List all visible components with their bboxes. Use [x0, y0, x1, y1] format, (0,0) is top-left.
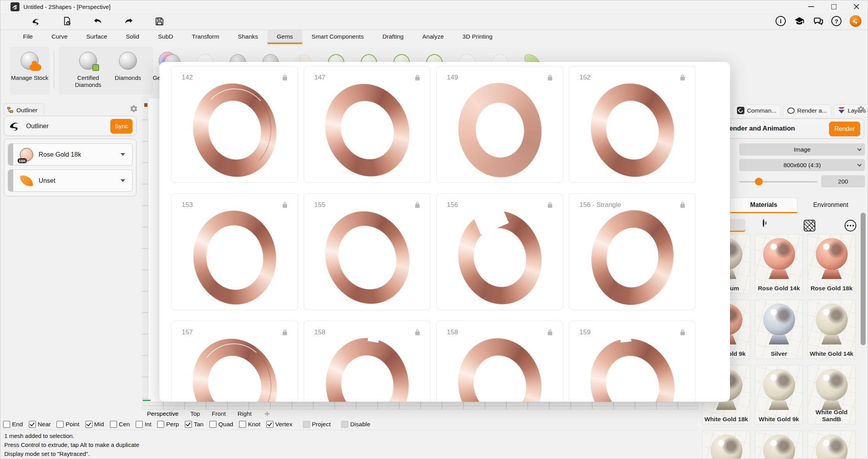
material-swatch[interactable]: Rose Gold 18k [808, 234, 856, 293]
certified-diamonds-button[interactable]: Certified Diamonds [68, 46, 108, 88]
quality-value[interactable]: 200 [821, 175, 865, 187]
output-type-dropdown[interactable]: Image [739, 143, 865, 155]
checkbox[interactable] [136, 421, 143, 428]
help-icon[interactable] [831, 16, 841, 26]
outliner-material-row[interactable]: 18K Rose Gold 18k [8, 143, 133, 166]
panel-tab[interactable]: Comman... [733, 104, 781, 116]
chevron-down-icon[interactable] [120, 179, 125, 182]
design-card[interactable]: 152 [569, 66, 696, 183]
menu-tab[interactable]: Shanks [229, 30, 267, 44]
design-card[interactable]: 156 [436, 193, 563, 310]
2shapes-swoosh-icon[interactable] [31, 16, 41, 26]
material-swatch[interactable] [702, 431, 750, 459]
osnap-toggle[interactable]: Point [57, 421, 79, 428]
chat-icon[interactable] [813, 16, 823, 26]
outliner-tab[interactable]: Outliner [4, 103, 44, 115]
menu-tab[interactable]: Transform [182, 30, 229, 44]
maximize-button[interactable] [822, 0, 845, 13]
checkbox[interactable] [266, 421, 273, 428]
osnap-toggle[interactable]: Tan [185, 421, 204, 428]
diamonds-button[interactable]: Diamonds [108, 46, 148, 88]
design-card[interactable]: 159 [569, 321, 696, 402]
viewport-tab-front[interactable]: Front [212, 410, 226, 417]
checkbox[interactable] [303, 421, 310, 428]
more-categories-icon[interactable] [845, 220, 856, 231]
checkbox[interactable] [29, 421, 36, 428]
osnap-toggle[interactable]: Vertex [266, 421, 292, 428]
panel-tab[interactable]: Render a... [783, 104, 831, 116]
academy-icon[interactable] [794, 16, 804, 26]
material-swatch[interactable]: White Gold 9k [755, 365, 803, 424]
material-swatch[interactable]: White Gold SandB [808, 365, 856, 424]
design-card[interactable]: 156 - Strangle [569, 193, 696, 310]
undo-icon[interactable] [92, 16, 103, 26]
save-icon[interactable] [154, 16, 165, 26]
outliner-settings-icon[interactable] [129, 104, 138, 113]
osnap-toggle[interactable]: Perp [157, 421, 179, 428]
checkbox[interactable] [3, 421, 10, 428]
design-card[interactable]: 158 [436, 321, 563, 402]
chevron-down-icon[interactable] [120, 153, 125, 156]
menu-tab[interactable]: Smart Components [302, 30, 373, 44]
gem-category-icon[interactable] [763, 219, 764, 227]
osnap-toggle[interactable]: Cen [110, 421, 130, 428]
material-swatch[interactable]: White Gold 14k [808, 300, 856, 359]
design-card[interactable]: 158 [304, 321, 430, 402]
pan-views-icon[interactable] [263, 410, 271, 418]
osnap-toggle[interactable]: Knot [239, 421, 260, 428]
menu-tab[interactable]: Solid [117, 30, 149, 44]
texture-category-icon[interactable] [804, 220, 815, 231]
material-swatch[interactable] [808, 431, 856, 459]
checkbox[interactable] [57, 421, 64, 428]
osnap-toggle[interactable]: Near [29, 421, 51, 428]
menu-tab[interactable]: Analyze [413, 30, 453, 44]
osnap-toggle[interactable]: Int [136, 421, 151, 428]
redo-icon[interactable] [123, 16, 134, 26]
close-button[interactable] [845, 0, 868, 13]
menu-tab[interactable]: File [14, 30, 42, 44]
minimize-button[interactable] [800, 0, 822, 13]
viewport-tab-perspective[interactable]: Perspective [147, 410, 179, 417]
render-button[interactable]: Render [829, 122, 860, 136]
info-icon[interactable] [776, 16, 786, 26]
design-card[interactable]: 155 [304, 193, 430, 310]
menu-tab[interactable]: Curve [42, 30, 77, 44]
design-card[interactable]: 149 [436, 66, 563, 183]
manage-stock-button[interactable]: Manage Stock [10, 46, 50, 88]
panel-settings-icon[interactable] [857, 105, 865, 114]
resolution-dropdown[interactable]: 800x600 (4:3) [739, 159, 865, 171]
material-tab[interactable]: Environment [797, 198, 864, 213]
osnap-toggle[interactable]: Mid [85, 421, 104, 428]
checkbox[interactable] [341, 421, 348, 428]
materials-scrollbar[interactable] [861, 213, 866, 345]
outliner-material-row[interactable]: Unset [8, 169, 133, 192]
menu-tab[interactable]: Gems [267, 30, 302, 44]
viewport-tab-right[interactable]: Right [237, 410, 252, 417]
sync-button[interactable]: Sync [110, 119, 133, 134]
checkbox[interactable] [85, 421, 92, 428]
material-swatch[interactable] [755, 431, 803, 459]
slider-track[interactable] [739, 181, 817, 182]
design-card[interactable]: 142 [171, 66, 298, 183]
menu-tab[interactable]: Surface [77, 30, 116, 44]
checkbox[interactable] [110, 421, 117, 428]
menu-tab[interactable]: SubD [149, 30, 182, 44]
osnap-toggle[interactable]: Disable [341, 421, 370, 428]
viewport-tab-top[interactable]: Top [190, 410, 200, 417]
checkbox[interactable] [157, 421, 164, 428]
material-tab[interactable]: Materials [730, 198, 797, 213]
checkbox[interactable] [185, 421, 192, 428]
osnap-toggle[interactable]: End [3, 421, 23, 428]
design-card[interactable]: 147 [304, 66, 430, 183]
slider-thumb[interactable] [755, 178, 763, 185]
material-swatch[interactable]: Silver [755, 300, 803, 359]
osnap-toggle[interactable]: Quad [209, 421, 233, 428]
checkbox[interactable] [239, 421, 246, 428]
menu-tab[interactable]: 3D Printing [453, 30, 502, 44]
2shapes-account-icon[interactable] [850, 15, 861, 27]
drag-handle[interactable] [8, 170, 13, 191]
design-card[interactable]: 153 [171, 193, 298, 310]
checkbox[interactable] [209, 421, 216, 428]
drag-handle[interactable] [8, 144, 13, 165]
menu-tab[interactable]: Drafting [373, 30, 413, 44]
